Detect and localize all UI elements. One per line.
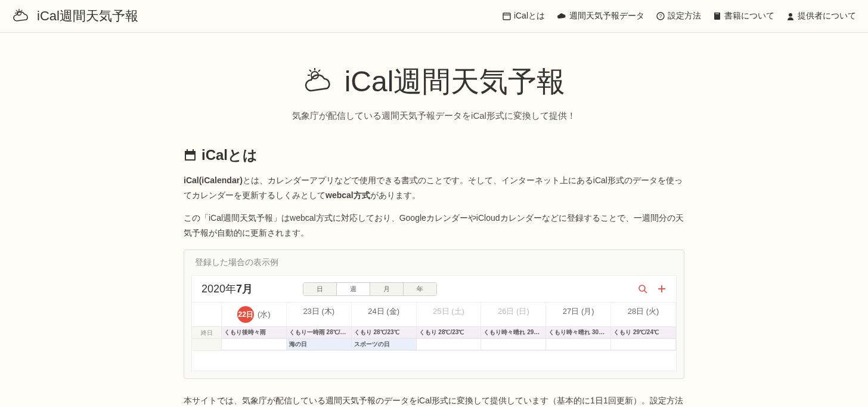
event[interactable]: スポーツの日 bbox=[352, 339, 417, 350]
para1-strong1: iCal(iCalendar) bbox=[184, 175, 243, 185]
row-label: 終日 bbox=[192, 327, 222, 338]
day-head-blank bbox=[192, 303, 222, 326]
view-switch: 日 週 月 年 bbox=[303, 282, 437, 296]
nav-data[interactable]: 週間天気予報データ bbox=[557, 11, 644, 21]
event[interactable]: くもり一時雨 28℃/22℃ bbox=[287, 327, 352, 338]
svg-rect-20 bbox=[193, 149, 194, 152]
row-label-blank bbox=[192, 339, 222, 350]
svg-rect-18 bbox=[185, 151, 196, 153]
hero: iCal週間天気予報 気象庁が配信している週間天気予報データをiCal形式に変換… bbox=[184, 63, 684, 122]
para1-strong2: webcal方式 bbox=[326, 190, 370, 200]
view-year[interactable]: 年 bbox=[404, 283, 436, 295]
card-title: 登録した場合の表示例 bbox=[184, 250, 684, 275]
event bbox=[417, 339, 482, 350]
day-head-3: 25日 (土) bbox=[417, 303, 482, 326]
event[interactable]: くもり 28℃/23℃ bbox=[417, 327, 482, 338]
search-icon[interactable] bbox=[638, 284, 647, 294]
nav-setup-label: 設定方法 bbox=[668, 11, 701, 21]
nav-ical-label: iCalとは bbox=[514, 11, 545, 21]
section-heading-text: iCalとは bbox=[202, 146, 258, 165]
svg-text:?: ? bbox=[659, 13, 662, 19]
day-head-4: 26日 (日) bbox=[481, 303, 546, 326]
event[interactable]: くもり後時々雨 bbox=[222, 327, 287, 338]
view-month[interactable]: 月 bbox=[370, 283, 404, 295]
calendar-check-icon bbox=[184, 149, 197, 162]
svg-point-22 bbox=[639, 285, 645, 291]
svg-rect-19 bbox=[187, 149, 188, 152]
cal-actions bbox=[638, 284, 666, 294]
para1-a: とは、カレンダーアプリなどで使用できる書式のことです。そして、インターネット上に… bbox=[184, 175, 683, 200]
sun-cloud-icon bbox=[12, 8, 31, 24]
event bbox=[611, 339, 676, 350]
cal-row-1: 終日 くもり後時々雨 くもり一時雨 28℃/22℃ くもり 28℃/23℃ くも… bbox=[192, 326, 676, 338]
header: iCal週間天気予報 iCalとは 週間天気予報データ ?設定方法 書籍について… bbox=[0, 0, 868, 33]
year: 2020年 bbox=[202, 283, 236, 295]
hero-sub: 気象庁が配信している週間天気予報データをiCal形式に変換して提供！ bbox=[184, 110, 684, 122]
nav: iCalとは 週間天気予報データ ?設定方法 書籍について 提供者について bbox=[503, 11, 856, 21]
event[interactable]: くもり時々晴れ 30℃/2… bbox=[546, 327, 611, 338]
svg-rect-5 bbox=[503, 13, 510, 20]
event[interactable]: くもり 28℃/23℃ bbox=[352, 327, 417, 338]
day-head-6: 28日 (火) bbox=[611, 303, 676, 326]
cal-row-empty bbox=[192, 350, 676, 371]
svg-line-16 bbox=[318, 70, 320, 72]
hero-title: iCal週間天気予報 bbox=[184, 63, 684, 101]
event bbox=[481, 339, 546, 350]
event[interactable]: 海の日 bbox=[287, 339, 352, 350]
event[interactable]: くもり 29℃/24℃ bbox=[611, 327, 676, 338]
logo[interactable]: iCal週間天気予報 bbox=[12, 7, 138, 25]
svg-rect-21 bbox=[186, 155, 194, 159]
year-month: 2020年7月 bbox=[202, 282, 253, 296]
day-head-5: 27日 (月) bbox=[546, 303, 611, 326]
sun-cloud-large-icon bbox=[303, 67, 337, 97]
para3: 本サイトでは、気象庁が配信している週間天気予報のデータをiCal形式に変換して提… bbox=[184, 393, 684, 407]
cal-days: 22日 (水) 23日 (木) 24日 (金) 25日 (土) 26日 (日) … bbox=[192, 302, 676, 326]
svg-line-15 bbox=[309, 70, 311, 72]
nav-provider-label: 提供者について bbox=[798, 11, 856, 21]
card-body: 2020年7月 日 週 月 年 22日 (水) 23日 (木) 24日 (金) … bbox=[191, 275, 677, 371]
plus-icon[interactable] bbox=[657, 284, 666, 294]
para1: iCal(iCalendar)とは、カレンダーアプリなどで使用できる書式のことで… bbox=[184, 173, 684, 202]
svg-line-23 bbox=[644, 291, 647, 293]
event bbox=[546, 339, 611, 350]
logo-title: iCal週間天気予報 bbox=[37, 7, 138, 25]
main: iCal週間天気予報 気象庁が配信している週間天気予報データをiCal形式に変換… bbox=[172, 33, 696, 407]
view-week[interactable]: 週 bbox=[337, 283, 370, 295]
book-icon bbox=[713, 12, 721, 20]
nav-setup[interactable]: ?設定方法 bbox=[656, 11, 701, 21]
hero-title-text: iCal週間天気予報 bbox=[345, 63, 566, 101]
nav-data-label: 週間天気予報データ bbox=[569, 11, 644, 21]
para2: この「iCal週間天気予報」はwebcal方式に対応しており、Googleカレン… bbox=[184, 211, 684, 240]
calendar-icon bbox=[503, 12, 511, 20]
event[interactable]: くもり時々晴れ 29℃/2… bbox=[481, 327, 546, 338]
nav-provider[interactable]: 提供者について bbox=[786, 11, 856, 21]
svg-line-4 bbox=[21, 10, 23, 11]
day-head-0: 22日 (水) bbox=[222, 303, 287, 326]
nav-books[interactable]: 書籍について bbox=[713, 11, 774, 21]
view-day[interactable]: 日 bbox=[303, 283, 337, 295]
day-chip: 22日 bbox=[237, 306, 254, 323]
month: 7月 bbox=[236, 283, 253, 295]
section-heading: iCalとは bbox=[184, 146, 684, 165]
svg-line-3 bbox=[16, 10, 17, 11]
day-head-1: 23日 (木) bbox=[287, 303, 352, 326]
day-head-2: 24日 (金) bbox=[352, 303, 417, 326]
calendar-header: 2020年7月 日 週 月 年 bbox=[192, 276, 676, 302]
cloud-icon bbox=[557, 12, 566, 20]
example-card: 登録した場合の表示例 2020年7月 日 週 月 年 22日 (水) 23日 (… bbox=[184, 249, 684, 379]
event bbox=[222, 339, 287, 350]
user-icon bbox=[786, 12, 795, 20]
nav-books-label: 書籍について bbox=[724, 11, 774, 21]
svg-point-11 bbox=[789, 13, 792, 17]
cal-row-2: 海の日 スポーツの日 bbox=[192, 338, 676, 350]
nav-ical[interactable]: iCalとは bbox=[503, 11, 545, 21]
para1-b: があります。 bbox=[370, 190, 420, 200]
question-icon: ? bbox=[656, 12, 665, 20]
